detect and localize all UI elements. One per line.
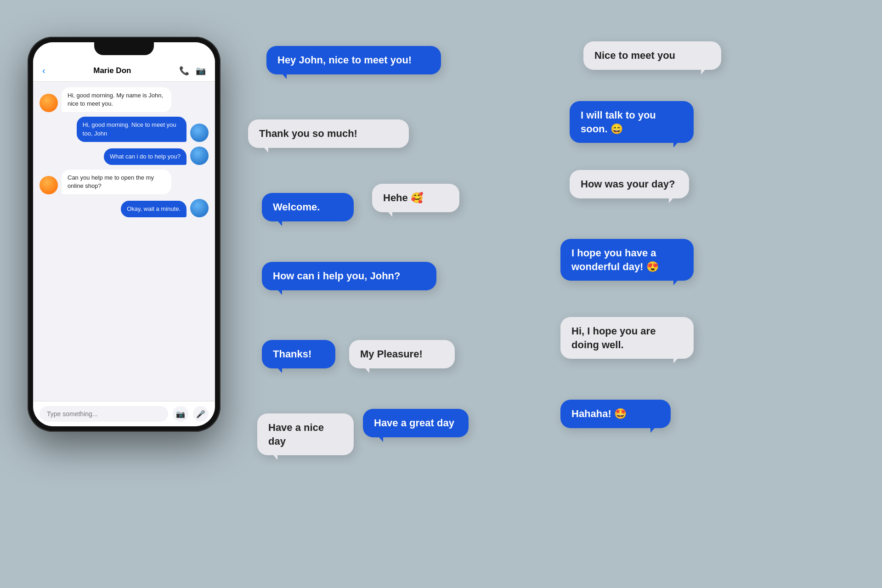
chat-bubble-b14: Have a great day [363, 409, 469, 437]
message-list: Hi, good morning. My name is John, nice … [33, 82, 215, 401]
message-bubble: Hi, good morning. Nice to meet you too, … [77, 117, 187, 141]
chat-bubble-b12: Hi, I hope you are doing well. [560, 317, 694, 359]
message-input-bar: 📷 🎤 [33, 401, 215, 426]
table-row: Okay, wait a minute. [40, 199, 209, 217]
message-bubble: Okay, wait a minute. [121, 201, 187, 217]
table-row: Hi, good morning. Nice to meet you too, … [40, 117, 209, 141]
chat-bubble-b1: Hey John, nice to meet you! [266, 46, 441, 74]
chat-bubble-b9: I hope you have a wonderful day! 😍 [560, 239, 694, 281]
table-row: What can i do to help you? [40, 147, 209, 165]
video-icon[interactable]: 📷 [196, 66, 206, 76]
avatar [190, 124, 209, 142]
chat-bubble-b7: How was your day? [570, 170, 689, 198]
message-bubble: Hi, good morning. My name is John, nice … [62, 87, 171, 112]
avatar [40, 94, 58, 112]
microphone-icon[interactable]: 🎤 [193, 406, 209, 422]
call-icon[interactable]: 📞 [179, 66, 189, 76]
phone-mockup: ‹ Marie Don 📞 📷 Hi, good morning. My nam… [28, 37, 220, 432]
chat-bubble-b5: Welcome. [262, 193, 354, 221]
camera-icon[interactable]: 📷 [173, 406, 188, 422]
avatar [40, 176, 58, 194]
chat-bubbles-area: Hey John, nice to meet you!Nice to meet … [248, 0, 882, 588]
chat-bubble-b6: Hehe 🥰 [372, 184, 459, 212]
chat-bubble-b15: Hahaha! 🤩 [560, 400, 671, 428]
avatar [190, 199, 209, 217]
chat-bubble-b3: Thank you so much! [248, 119, 409, 148]
chat-bubble-b8: How can i help you, John? [262, 262, 436, 290]
chat-bubble-b10: Thanks! [262, 340, 335, 368]
chat-bubble-b13: Have a nice day [257, 413, 354, 455]
avatar [190, 147, 209, 165]
chat-bubble-b4: I will talk to you soon. 😄 [570, 101, 694, 143]
chat-bubble-b2: Nice to meet you [583, 41, 721, 70]
message-bubble: Can you help me to open the my online sh… [62, 170, 171, 194]
table-row: Can you help me to open the my online sh… [40, 170, 209, 194]
table-row: Hi, good morning. My name is John, nice … [40, 87, 209, 112]
contact-name: Marie Don [50, 66, 175, 75]
phone-frame: ‹ Marie Don 📞 📷 Hi, good morning. My nam… [28, 37, 220, 432]
back-button[interactable]: ‹ [42, 65, 45, 76]
chat-bubble-b11: My Pleasure! [349, 340, 455, 368]
phone-notch [94, 42, 154, 55]
phone-action-icons: 📞 📷 [179, 66, 206, 76]
message-bubble: What can i do to help you? [104, 148, 187, 165]
message-input[interactable] [40, 406, 168, 422]
phone-screen: ‹ Marie Don 📞 📷 Hi, good morning. My nam… [33, 42, 215, 426]
